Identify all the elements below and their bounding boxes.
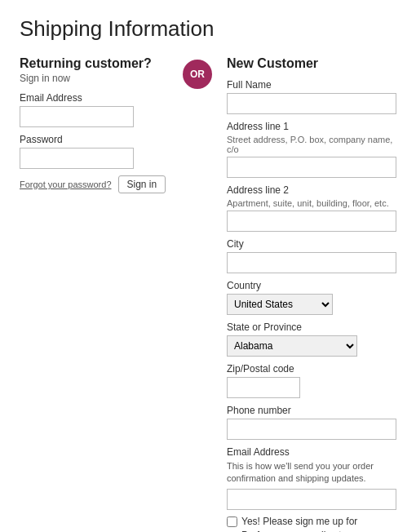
fullname-input[interactable] bbox=[227, 93, 396, 114]
new-email-label: Email Address bbox=[227, 446, 396, 458]
address2-input[interactable] bbox=[227, 211, 396, 232]
address1-field-group: Address line 1 Street address, P.O. box,… bbox=[227, 121, 396, 178]
fullname-label: Full Name bbox=[227, 79, 396, 91]
forgot-row: Forgot your password? Sign in bbox=[20, 175, 175, 193]
email-field-group: Email Address bbox=[20, 92, 175, 127]
country-field-group: Country United States Canada United King… bbox=[227, 280, 396, 315]
state-field-group: State or Province Alabama Alaska Arizona… bbox=[227, 321, 396, 357]
phone-field-group: Phone number bbox=[227, 405, 396, 440]
promo-checkbox-label: Yes! Please sign me up for Perfume.com e… bbox=[241, 515, 396, 532]
country-label: Country bbox=[227, 280, 396, 291]
zip-field-group: Zip/Postal code bbox=[227, 363, 396, 398]
address2-field-group: Address line 2 Apartment, suite, unit, b… bbox=[227, 184, 396, 232]
page-title: Shipping Information bbox=[20, 16, 396, 42]
zip-input[interactable] bbox=[227, 377, 300, 398]
returning-heading: Returning customer? bbox=[20, 56, 175, 71]
returning-password-input[interactable] bbox=[20, 148, 134, 169]
main-layout: Returning customer? Sign in now Email Ad… bbox=[20, 56, 396, 532]
new-customer-panel: New Customer Full Name Address line 1 St… bbox=[212, 56, 396, 532]
address2-hint: Apartment, suite, unit, building, floor,… bbox=[227, 198, 396, 208]
password-field-group: Password bbox=[20, 134, 175, 169]
address2-label: Address line 2 bbox=[227, 184, 396, 196]
new-email-field-group: Email Address This is how we'll send you… bbox=[227, 446, 396, 510]
returning-email-input[interactable] bbox=[20, 106, 134, 127]
city-input[interactable] bbox=[227, 252, 396, 273]
sign-in-now-text: Sign in now bbox=[20, 73, 175, 84]
sign-in-button[interactable]: Sign in bbox=[118, 175, 166, 193]
fullname-field-group: Full Name bbox=[227, 79, 396, 114]
new-email-input[interactable] bbox=[227, 489, 396, 510]
promo-checkbox[interactable] bbox=[227, 516, 237, 527]
address1-label: Address line 1 bbox=[227, 121, 396, 132]
state-select[interactable]: Alabama Alaska Arizona California New Yo… bbox=[227, 335, 357, 357]
country-select[interactable]: United States Canada United Kingdom bbox=[227, 294, 333, 315]
state-label: State or Province bbox=[227, 321, 396, 333]
phone-input[interactable] bbox=[227, 419, 396, 440]
email-label: Email Address bbox=[20, 92, 175, 104]
returning-customer-panel: Returning customer? Sign in now Email Ad… bbox=[20, 56, 183, 193]
address1-hint: Street address, P.O. box, company name, … bbox=[227, 135, 396, 154]
email-note: This is how we'll send you your order co… bbox=[227, 460, 396, 485]
new-customer-heading: New Customer bbox=[227, 56, 396, 71]
city-field-group: City bbox=[227, 238, 396, 273]
password-label: Password bbox=[20, 134, 175, 145]
address1-input[interactable] bbox=[227, 157, 396, 178]
zip-label: Zip/Postal code bbox=[227, 363, 396, 375]
or-divider: OR bbox=[183, 60, 212, 89]
forgot-password-link[interactable]: Forgot your password? bbox=[20, 180, 112, 189]
phone-label: Phone number bbox=[227, 405, 396, 416]
promo-checkbox-row: Yes! Please sign me up for Perfume.com e… bbox=[227, 515, 396, 532]
city-label: City bbox=[227, 238, 396, 250]
